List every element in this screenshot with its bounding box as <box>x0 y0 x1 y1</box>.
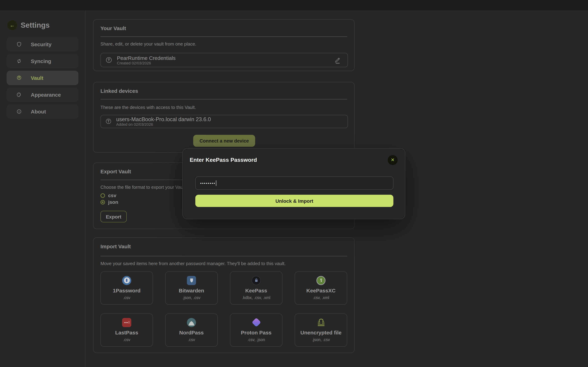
import-source-formats: .csv, .json <box>247 338 265 342</box>
device-key-icon <box>105 118 112 125</box>
import-source-formats: .json, .csv <box>182 296 200 300</box>
unlock-import-button[interactable]: Unlock & Import <box>195 195 393 207</box>
divider <box>100 256 347 256</box>
vault-row[interactable]: PearRuntime Credentials Created 02/03/20… <box>100 53 348 67</box>
window-titlebar <box>0 0 588 10</box>
info-icon <box>16 108 22 115</box>
import-source-formats: .csv, .xml <box>313 296 329 300</box>
section-description: These are the devices with access to thi… <box>100 105 196 110</box>
keepassxc-icon <box>316 275 326 285</box>
sidebar-item-about[interactable]: About <box>7 104 78 119</box>
bitwarden-icon <box>187 275 196 285</box>
radio-label: csv <box>108 193 116 198</box>
1password-icon <box>122 275 131 285</box>
sidebar-item-label: Security <box>31 41 51 47</box>
shield-icon <box>16 41 22 47</box>
unencrypted-lock-icon <box>316 318 326 327</box>
import-source-name: NordPass <box>179 330 204 335</box>
section-description: Choose the file format to export your Va… <box>100 184 187 190</box>
export-format-csv-option[interactable]: csv <box>100 193 116 198</box>
sidebar-item-label: Appearance <box>31 92 61 98</box>
import-source-name: 1Password <box>113 287 140 293</box>
close-icon: ✕ <box>391 157 395 162</box>
lastpass-icon: ••• <box>122 318 131 327</box>
import-card-bitwarden[interactable]: Bitwarden .json, .csv <box>165 271 218 305</box>
import-card-protonpass[interactable]: Proton Pass .csv, .json <box>230 313 282 347</box>
password-input[interactable]: •••••••• <box>195 176 393 190</box>
back-arrow-icon: ← <box>10 22 15 28</box>
import-vault-section: Import Vault Move your saved items here … <box>93 237 355 353</box>
section-description: Share, edit, or delete your vault from o… <box>100 41 196 47</box>
sidebar-item-label: Vault <box>31 75 43 81</box>
back-button[interactable]: ← <box>7 20 17 30</box>
sidebar-item-security[interactable]: Security <box>7 37 78 51</box>
import-source-formats: .json, .csv <box>312 338 330 342</box>
import-source-name: Proton Pass <box>241 330 271 335</box>
import-source-name: KeePassXC <box>306 287 336 293</box>
vault-created-date: Created 02/03/2026 <box>117 61 176 65</box>
divider <box>100 36 347 37</box>
import-card-lastpass[interactable]: ••• LastPass .csv <box>100 313 153 347</box>
import-source-formats: .csv <box>188 338 195 342</box>
section-title: Linked devices <box>100 88 138 94</box>
vault-key-icon <box>16 75 22 81</box>
import-source-formats: .csv <box>123 296 130 300</box>
import-source-formats: .kdbx, .csv, .xml <box>242 296 270 300</box>
section-title: Import Vault <box>100 243 131 249</box>
radio-button-json[interactable] <box>100 200 105 204</box>
sidebar-item-syncing[interactable]: Syncing <box>7 54 78 68</box>
nordpass-icon <box>187 318 196 327</box>
section-title: Export Vault <box>100 168 131 174</box>
proton-pass-icon <box>252 318 261 327</box>
app-window: ← Settings Security Syncing Vau <box>0 0 588 367</box>
your-vault-section: Your Vault Share, edit, or delete your v… <box>93 19 355 71</box>
export-format-json-option[interactable]: json <box>100 199 118 205</box>
device-name: users-MacBook-Pro.local darwin 23.6.0 <box>116 116 211 122</box>
import-source-name: Unencrypted file <box>300 330 342 335</box>
section-title: Your Vault <box>100 25 126 31</box>
vault-key-icon <box>105 56 113 64</box>
import-source-name: LastPass <box>115 330 138 335</box>
import-sources-grid: 1Password .csv Bitwarden .json, .csv Kee… <box>100 271 348 347</box>
modal-close-button[interactable]: ✕ <box>388 155 398 165</box>
sidebar-nav: Security Syncing Vault Appearance <box>0 37 85 119</box>
radio-label: json <box>108 199 118 205</box>
vault-name: PearRuntime Credentials <box>117 55 176 61</box>
radio-button-csv[interactable] <box>100 193 105 198</box>
import-card-nordpass[interactable]: NordPass .csv <box>165 313 218 347</box>
sidebar-header: ← Settings <box>7 20 85 30</box>
sidebar-item-vault[interactable]: Vault <box>7 71 78 85</box>
section-description: Move your saved items here from another … <box>100 261 286 266</box>
settings-sidebar: ← Settings Security Syncing Vau <box>0 10 85 367</box>
palette-icon <box>16 92 22 98</box>
sync-icon <box>16 58 22 64</box>
text-caret <box>216 180 216 186</box>
connect-new-device-button[interactable]: Connect a new device <box>193 135 255 147</box>
divider <box>100 99 347 100</box>
sidebar-item-label: Syncing <box>31 58 51 64</box>
device-info: users-MacBook-Pro.local darwin 23.6.0 Ad… <box>116 116 211 127</box>
import-source-name: KeePass <box>245 287 267 293</box>
keepass-password-modal: Enter KeePass Password ✕ •••••••• Unlock… <box>182 148 405 219</box>
password-masked-value: •••••••• <box>200 176 215 190</box>
import-card-1password[interactable]: 1Password .csv <box>100 271 153 305</box>
device-row[interactable]: users-MacBook-Pro.local darwin 23.6.0 Ad… <box>100 115 348 128</box>
import-source-name: Bitwarden <box>179 287 204 293</box>
page-title: Settings <box>21 21 50 29</box>
export-button[interactable]: Export <box>100 211 127 222</box>
import-card-keepassxc[interactable]: KeePassXC .csv, .xml <box>295 271 347 305</box>
sidebar-item-appearance[interactable]: Appearance <box>7 88 78 102</box>
import-card-keepass[interactable]: KeePass .kdbx, .csv, .xml <box>230 271 282 305</box>
keepass-icon <box>252 275 261 285</box>
vault-info: PearRuntime Credentials Created 02/03/20… <box>117 55 176 65</box>
pencil-icon <box>334 56 341 64</box>
edit-vault-button[interactable] <box>332 55 343 65</box>
linked-devices-section: Linked devices These are the devices wit… <box>93 82 355 153</box>
modal-title: Enter KeePass Password <box>190 157 257 163</box>
import-source-formats: .csv <box>123 338 130 342</box>
sidebar-item-label: About <box>31 108 46 115</box>
import-card-unencrypted-file[interactable]: Unencrypted file .json, .csv <box>295 313 347 347</box>
device-added-date: Added on 02/03/2026 <box>116 122 211 127</box>
